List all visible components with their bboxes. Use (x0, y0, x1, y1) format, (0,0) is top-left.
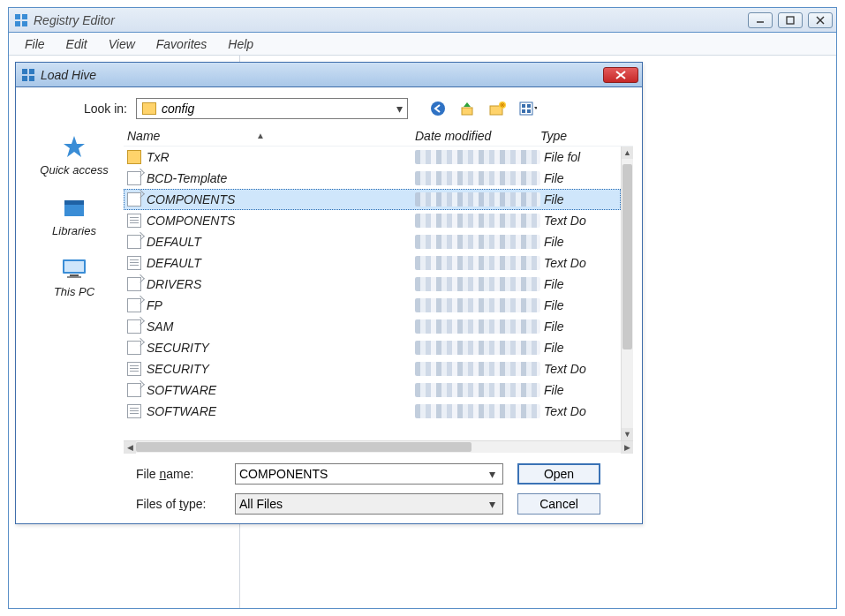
scroll-right-button[interactable]: ▶ (621, 441, 633, 454)
file-row[interactable]: BCD-TemplateFile (124, 168, 621, 189)
places-bar: Quick access Libraries This PC (25, 126, 124, 453)
folder-icon (142, 102, 156, 115)
file-row[interactable]: COMPONENTSText Do (124, 210, 621, 231)
lookin-combobox[interactable]: config ▾ (136, 98, 408, 119)
file-date-cell (415, 192, 540, 207)
chevron-down-icon[interactable]: ▾ (485, 467, 499, 481)
file-row[interactable]: SAMFile (124, 316, 621, 337)
svg-rect-2 (15, 21, 20, 26)
window-buttons (748, 12, 833, 28)
file-row[interactable]: SOFTWAREFile (124, 379, 621, 401)
file-row[interactable]: COMPONENTSFile (124, 189, 621, 210)
file-date-cell (415, 235, 540, 249)
menu-help[interactable]: Help (217, 33, 264, 55)
scroll-down-button[interactable]: ▼ (622, 428, 633, 440)
text-file-icon (127, 256, 141, 270)
file-list-header: Name▲ Date modified Type (124, 126, 633, 146)
window-title: Registry Editor (34, 13, 115, 27)
view-menu-button[interactable] (519, 100, 537, 117)
chevron-down-icon[interactable]: ▾ (391, 101, 407, 116)
column-header-name[interactable]: Name▲ (124, 129, 415, 143)
libraries-icon (59, 194, 89, 221)
scroll-left-button[interactable]: ◀ (124, 441, 136, 454)
menu-file[interactable]: File (14, 33, 56, 55)
file-name-cell: SECURITY (147, 362, 415, 376)
place-label: Libraries (52, 224, 96, 237)
file-type-cell: File (544, 383, 590, 397)
file-type-field[interactable]: All Files ▾ (235, 493, 503, 515)
new-folder-button[interactable] (489, 100, 507, 117)
load-hive-dialog: Load Hive Look in: config ▾ (15, 62, 643, 524)
column-header-date[interactable]: Date modified (415, 129, 540, 143)
file-name-cell: FP (147, 298, 415, 312)
file-name-cell: SECURITY (147, 341, 415, 355)
file-type-label: Files of type: (136, 497, 235, 511)
file-date-cell (415, 277, 540, 291)
titlebar[interactable]: Registry Editor (9, 8, 836, 33)
column-header-type[interactable]: Type (540, 129, 586, 143)
svg-rect-22 (527, 109, 531, 113)
file-row[interactable]: DEFAULTText Do (124, 252, 621, 274)
regedit-icon (14, 13, 28, 27)
minimize-button[interactable] (748, 12, 773, 28)
file-name-value: COMPONENTS (239, 467, 485, 481)
file-list[interactable]: TxRFile folBCD-TemplateFileCOMPONENTSFil… (124, 146, 621, 440)
file-row[interactable]: DRIVERSFile (124, 274, 621, 295)
svg-rect-11 (29, 76, 34, 81)
lookin-label: Look in: (25, 101, 127, 116)
dialog-close-button[interactable] (603, 67, 638, 83)
file-date-cell (415, 171, 540, 185)
scrollbar-thumb[interactable] (622, 164, 632, 349)
file-row[interactable]: SECURITYFile (124, 337, 621, 358)
chevron-down-icon[interactable]: ▾ (485, 497, 499, 511)
dialog-titlebar[interactable]: Load Hive (16, 63, 642, 87)
svg-rect-20 (527, 104, 531, 108)
menu-view[interactable]: View (98, 33, 146, 55)
maximize-button[interactable] (778, 12, 803, 28)
place-libraries[interactable]: Libraries (52, 194, 96, 237)
up-one-level-button[interactable] (459, 100, 477, 117)
text-file-icon (127, 214, 141, 228)
file-date-cell (415, 150, 540, 164)
file-type-cell: File (544, 277, 590, 291)
file-name-cell: BCD-Template (147, 171, 415, 185)
file-name-cell: SOFTWARE (147, 404, 415, 418)
file-type-cell: File (544, 319, 590, 334)
file-type-cell: Text Do (544, 404, 590, 418)
file-name-cell: COMPONENTS (147, 214, 415, 228)
file-date-cell (415, 298, 540, 312)
file-icon (127, 383, 141, 397)
file-row[interactable]: SOFTWAREText Do (124, 401, 621, 422)
open-button[interactable]: Open (517, 463, 600, 485)
svg-rect-28 (67, 276, 81, 278)
file-name-cell: COMPONENTS (147, 192, 415, 207)
svg-rect-9 (29, 69, 34, 74)
scroll-up-button[interactable]: ▲ (622, 146, 633, 159)
file-name-cell: DEFAULT (147, 235, 415, 249)
file-name-label: File name: (136, 467, 235, 481)
scrollbar-thumb[interactable] (136, 442, 472, 452)
vertical-scrollbar[interactable]: ▲ ▼ (621, 146, 633, 440)
svg-rect-27 (70, 274, 79, 276)
place-this-pc[interactable]: This PC (54, 255, 94, 298)
horizontal-scrollbar[interactable]: ◀ ▶ (124, 440, 633, 453)
place-quick-access[interactable]: Quick access (40, 133, 108, 177)
file-row[interactable]: FPFile (124, 295, 621, 316)
regedit-icon (21, 68, 35, 82)
back-button[interactable] (429, 100, 447, 117)
file-row[interactable]: DEFAULTFile (124, 231, 621, 252)
lookin-value: config (162, 101, 391, 116)
menu-favorites[interactable]: Favorites (146, 33, 218, 55)
file-date-cell (415, 383, 540, 397)
menu-edit[interactable]: Edit (56, 33, 98, 55)
svg-rect-0 (15, 14, 20, 19)
file-row[interactable]: TxRFile fol (124, 146, 621, 168)
svg-rect-26 (64, 261, 84, 272)
file-name-cell: TxR (147, 150, 415, 164)
file-name-field[interactable]: COMPONENTS ▾ (235, 463, 503, 485)
cancel-button[interactable]: Cancel (517, 493, 600, 515)
file-date-cell (415, 362, 540, 376)
close-button[interactable] (808, 12, 833, 28)
file-type-cell: File (544, 298, 590, 312)
file-row[interactable]: SECURITYText Do (124, 358, 621, 379)
